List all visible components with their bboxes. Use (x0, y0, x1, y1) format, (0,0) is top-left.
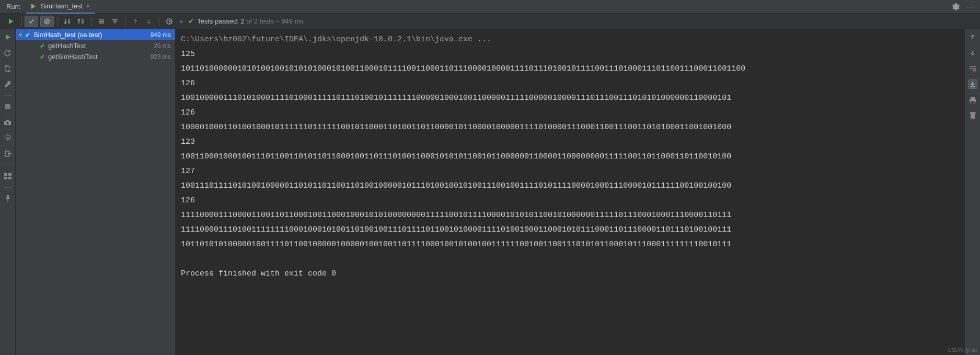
sort-duration-icon[interactable] (74, 16, 88, 27)
stop-icon[interactable] (3, 102, 13, 111)
svg-marker-6 (6, 35, 10, 40)
checkmark-icon: ✔ (40, 42, 45, 50)
collapse-all-icon[interactable] (108, 16, 122, 27)
svg-rect-21 (970, 112, 976, 113)
camera-icon[interactable] (3, 118, 13, 127)
prev-test-icon[interactable] (129, 16, 142, 27)
checkmark-icon: ✔ (40, 53, 45, 61)
tree-child-node[interactable]: ✔ getHashTest 26 ms (16, 40, 175, 51)
svg-line-4 (45, 20, 49, 23)
tree-node-label: getHashTest (48, 42, 154, 50)
test-tree[interactable]: ▾ ✔ SimHash_test (se.test) 949 ms ✔ getH… (16, 29, 176, 355)
tree-child-node[interactable]: ✔ getSimHashTest 923 ms (16, 51, 175, 62)
print-icon[interactable] (968, 95, 977, 105)
tests-passed-count: 2 (240, 17, 244, 25)
tests-total-suffix: of 2 tests – 949 ms (245, 17, 304, 25)
layout-icon[interactable] (3, 171, 13, 181)
test-status: ✔ Tests passed: 2 of 2 tests – 949 ms (186, 17, 304, 25)
tests-passed-prefix: Tests passed: (197, 17, 240, 25)
tree-node-label: getSimHashTest (48, 53, 151, 61)
gear-icon[interactable] (951, 3, 960, 11)
run-tab[interactable]: SimHash_test × (26, 0, 95, 14)
show-passed-button[interactable] (25, 16, 38, 27)
svg-rect-19 (971, 101, 975, 104)
tree-node-time: 923 ms (151, 53, 171, 61)
watermark: CSDN @-tiu (948, 347, 977, 353)
rerun-failed-icon[interactable] (3, 48, 13, 58)
chevron-down-icon[interactable]: ▾ (16, 31, 25, 39)
svg-rect-20 (971, 113, 975, 119)
settings-icon[interactable] (3, 133, 13, 143)
tree-node-label: SimHash_test (se.test) (33, 31, 151, 39)
run-label: Run: (0, 3, 26, 10)
import-results-icon[interactable] (163, 16, 176, 27)
more-icon[interactable]: » (176, 17, 186, 25)
sort-alpha-icon[interactable] (61, 16, 74, 27)
svg-rect-16 (8, 177, 11, 179)
tree-node-time: 26 ms (154, 42, 171, 50)
svg-point-11 (7, 137, 9, 139)
minimize-icon[interactable]: — (967, 3, 974, 10)
tab-label: SimHash_test (40, 2, 83, 10)
wrench-icon[interactable] (3, 79, 13, 89)
test-toolbar: » ✔ Tests passed: 2 of 2 tests – 949 ms (0, 14, 980, 29)
svg-rect-22 (972, 112, 974, 112)
svg-rect-13 (4, 173, 7, 176)
tree-root-node[interactable]: ▾ ✔ SimHash_test (se.test) 949 ms (16, 29, 175, 40)
window-controls: — (967, 3, 980, 10)
svg-rect-15 (4, 177, 7, 179)
pin-icon[interactable] (3, 194, 13, 203)
svg-marker-2 (9, 19, 14, 24)
scroll-down-icon[interactable] (968, 48, 977, 58)
svg-point-10 (6, 122, 9, 124)
console-output[interactable]: C:\Users\hz002\future\IDEA\.jdks\openjdk… (176, 29, 964, 355)
scroll-to-end-icon[interactable] (968, 79, 977, 89)
expand-all-icon[interactable] (95, 16, 108, 27)
show-ignored-button[interactable] (40, 16, 54, 27)
trash-icon[interactable] (968, 111, 977, 120)
next-test-icon[interactable] (142, 16, 156, 27)
toggle-auto-icon[interactable] (3, 64, 13, 73)
soft-wrap-icon[interactable] (968, 64, 977, 73)
svg-rect-7 (5, 104, 10, 109)
test-config-icon (30, 3, 37, 10)
svg-marker-1 (33, 5, 36, 8)
svg-rect-14 (8, 173, 11, 176)
tree-node-time: 949 ms (151, 31, 171, 39)
svg-rect-17 (971, 97, 975, 99)
rerun-icon[interactable] (3, 32, 13, 42)
checkmark-icon: ✔ (25, 31, 30, 39)
right-tool-gutter (964, 29, 980, 355)
scroll-up-icon[interactable] (968, 32, 977, 42)
svg-rect-9 (6, 120, 9, 121)
exit-icon[interactable] (3, 149, 13, 158)
run-button[interactable] (4, 16, 18, 27)
left-tool-gutter (0, 29, 16, 355)
checkmark-icon: ✔ (188, 17, 194, 25)
close-icon[interactable]: × (86, 3, 90, 9)
title-tab-bar: Run: SimHash_test × — (0, 0, 980, 14)
